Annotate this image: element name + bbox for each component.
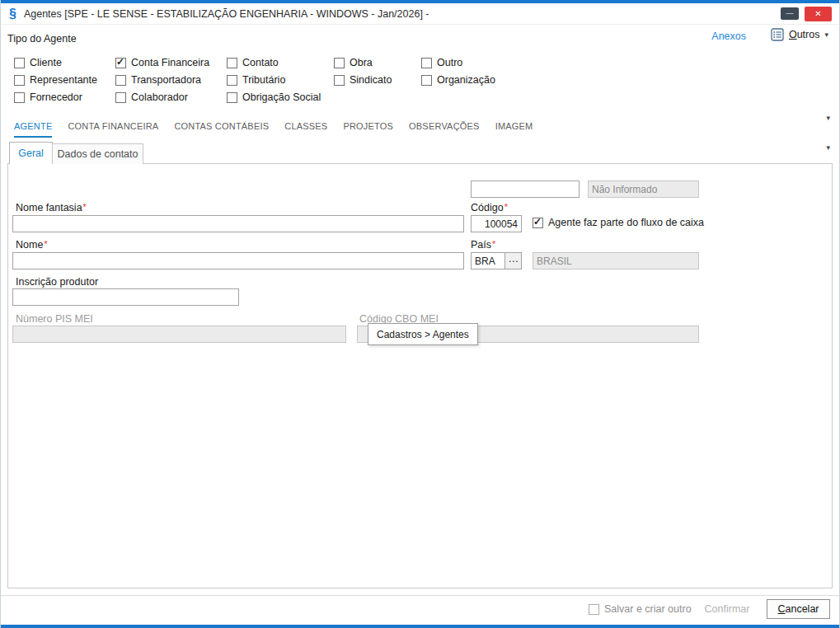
required-mark: * [83,202,87,212]
fluxo-caixa-label: Agente faz parte do fluxo de caixa [548,217,704,228]
inscricao-produtor-field[interactable] [12,288,239,306]
agent-type-tributario-checkbox[interactable] [227,75,237,86]
agent-type-transportadora[interactable]: Transportadora [115,74,227,86]
agent-type-outro[interactable]: Outro [421,57,537,68]
ellipsis-icon: ⋯ [509,255,519,267]
tab-classes[interactable]: CLASSES [284,121,327,138]
tab-imagem[interactable]: IMAGEM [495,121,533,138]
pais-label: País* [471,239,495,251]
minimize-icon: — [786,10,794,17]
save-and-create-label: Salvar e criar outro [604,603,692,615]
tab-observacoes[interactable]: OBSERVAÇÕES [409,121,480,138]
pais-lookup-group: ⋯ [471,252,522,269]
cancelar-button[interactable]: Cancelar [767,599,830,619]
tab-geral[interactable]: Geral [9,142,53,164]
codigo-cbo-mei-description-field [472,326,699,343]
window-accent-bottom [1,625,839,628]
save-and-create-checkbox[interactable] [589,604,599,615]
tab-projetos[interactable]: PROJETOS [343,121,393,138]
codigo-field[interactable] [471,215,522,232]
cancelar-label: Cancelar [777,603,819,615]
titlebar: § Agentes [SPE - LE SENSE - ESTABILIZAÇÃ… [1,3,839,25]
minimize-button[interactable]: — [781,7,799,20]
nome-label: Nome* [16,239,48,251]
outros-label: Outros [789,29,820,40]
required-mark: * [504,202,508,212]
pais-field[interactable] [471,252,505,269]
close-icon: ✕ [814,9,821,18]
codigo-label: Código* [471,202,508,213]
tab-agente[interactable]: AGENTE [14,121,52,138]
agent-type-fornecedor-checkbox[interactable] [14,92,25,103]
list-icon [771,28,784,41]
agent-type-section-title: Tipo do Agente [7,33,77,45]
required-mark: * [492,239,495,249]
app-window: § Agentes [SPE - LE SENSE - ESTABILIZAÇÃ… [0,0,840,628]
nome-fantasia-field[interactable] [12,215,464,232]
nome-field[interactable] [12,252,464,269]
agent-type-conta-financeira[interactable]: Conta Financeira [115,57,227,68]
main-tab-strip: AGENTE CONTA FINANCEIRA CONTAS CONTÁBEIS… [14,121,533,138]
top-code-field[interactable] [471,180,580,198]
agent-type-obrigacao-social[interactable]: Obrigação Social [227,91,334,103]
outros-button[interactable]: Outros ▾ [771,28,828,41]
save-and-create-checkbox-row[interactable]: Salvar e criar outro [589,603,692,615]
agent-type-representante-checkbox[interactable] [14,75,25,86]
agent-type-colaborador-checkbox[interactable] [115,92,126,103]
breadcrumb-tooltip: Cadastros > Agentes [368,323,478,345]
close-button[interactable]: ✕ [805,7,832,21]
agent-type-obra-checkbox[interactable] [334,58,345,68]
required-mark: * [44,239,47,249]
confirmar-button[interactable]: Confirmar [697,599,757,619]
agent-type-sindicato[interactable]: Sindicato [334,74,421,86]
anexos-link[interactable]: Anexos [711,30,746,42]
fluxo-caixa-checkbox-row[interactable]: Agente faz parte do fluxo de caixa [533,217,704,228]
agent-type-transportadora-checkbox[interactable] [115,75,126,86]
footer-divider [1,595,839,596]
numero-pis-mei-field [12,326,346,343]
agent-type-contato[interactable]: Contato [227,57,334,68]
agent-type-fornecedor[interactable]: Fornecedor [14,91,115,103]
agent-type-obra[interactable]: Obra [334,57,421,68]
agent-type-cliente-checkbox[interactable] [14,58,25,68]
agent-type-contato-checkbox[interactable] [227,58,237,68]
tab-conta-financeira[interactable]: CONTA FINANCEIRA [68,121,158,138]
agent-type-obrigacao-social-checkbox[interactable] [227,92,237,103]
tab-contas-contabeis[interactable]: CONTAS CONTÁBEIS [174,121,269,138]
inscricao-produtor-label: Inscrição produtor [16,276,98,288]
agent-type-organizacao-checkbox[interactable] [421,75,432,86]
tab-dados-de-contato[interactable]: Dados de contato [52,143,143,164]
app-logo-icon: § [9,7,16,21]
agent-type-grid: Cliente Conta Financeira Contato Obra Ou… [14,57,537,103]
window-title: Agentes [SPE - LE SENSE - ESTABILIZAÇÃO … [24,8,429,20]
agent-type-organizacao[interactable]: Organização [421,74,537,86]
agent-type-outro-checkbox[interactable] [421,58,432,68]
main-tabs-overflow-icon[interactable]: ▾ [826,114,830,122]
agent-type-representante[interactable]: Representante [14,74,115,86]
nome-fantasia-label: Nome fantasia* [16,202,87,213]
numero-pis-mei-label: Número PIS MEI [16,313,93,325]
agent-type-tributario[interactable]: Tributário [227,74,334,86]
agent-type-colaborador[interactable]: Colaborador [115,91,227,103]
fluxo-caixa-checkbox[interactable] [533,218,543,228]
agent-type-conta-financeira-checkbox[interactable] [115,58,126,68]
top-description-field [588,180,699,198]
pais-description-field [533,252,699,269]
agent-type-cliente[interactable]: Cliente [14,57,115,68]
agent-type-sindicato-checkbox[interactable] [334,75,345,86]
pais-lookup-button[interactable]: ⋯ [505,252,522,269]
chevron-down-icon: ▾ [824,30,828,39]
sub-tabs-overflow-icon[interactable]: ▾ [826,143,830,152]
